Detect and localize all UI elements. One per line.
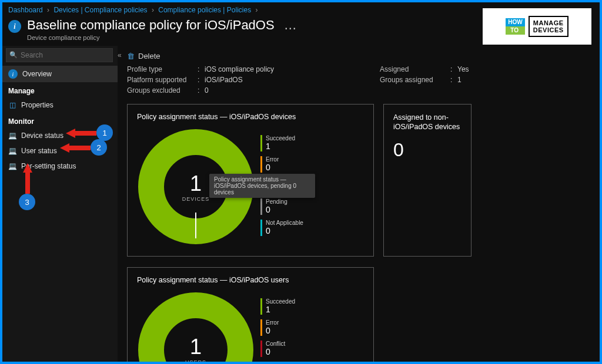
legend-color-bar bbox=[260, 298, 262, 315]
nav-section-manage: Manage bbox=[2, 82, 118, 97]
page-subtitle: Device compliance policy bbox=[27, 34, 297, 41]
legend-color-bar bbox=[260, 220, 262, 236]
trash-icon: 🗑 bbox=[127, 52, 135, 60]
meta-row: Platform supported: iOS/iPadOS bbox=[127, 75, 380, 85]
monitor-icon: 💻 bbox=[8, 162, 16, 170]
nav-label: Device status bbox=[21, 132, 63, 140]
meta-row: Assigned: Yes bbox=[380, 64, 469, 75]
more-icon[interactable]: … bbox=[284, 18, 297, 32]
legend-item: Error0 bbox=[260, 319, 295, 336]
legend-item: Error0 bbox=[260, 156, 303, 173]
legend-name: Not Applicable bbox=[266, 220, 303, 226]
legend-value: 0 bbox=[266, 226, 303, 235]
legend-color-bar bbox=[260, 319, 262, 336]
delete-button[interactable]: 🗑 Delete bbox=[127, 52, 160, 60]
legend-name: Error bbox=[266, 319, 279, 326]
legend-item: Pending0 bbox=[260, 198, 303, 215]
annotation-arrow bbox=[60, 141, 91, 154]
nav-label: Overview bbox=[22, 70, 52, 78]
svg-marker-2 bbox=[23, 163, 32, 194]
legend-value: 0 bbox=[266, 347, 285, 356]
meta-row: Groups excluded: 0 bbox=[127, 85, 380, 96]
button-label: Delete bbox=[138, 52, 160, 60]
annotation-arrow bbox=[66, 127, 96, 140]
legend-item: Succeeded1 bbox=[260, 135, 303, 151]
logo: HOWTO MANAGEDEVICES bbox=[483, 8, 591, 45]
legend-item: Not Applicable0 bbox=[260, 220, 303, 236]
svg-marker-1 bbox=[60, 143, 91, 153]
nav-properties[interactable]: ◫ Properties bbox=[2, 97, 118, 113]
legend-name: Pending bbox=[266, 198, 287, 205]
legend-value: 1 bbox=[266, 141, 295, 151]
breadcrumb-item[interactable]: Compliance policies | Policies bbox=[158, 6, 251, 14]
annotation-badge-3: 3 bbox=[19, 194, 35, 210]
donut-total: 1 bbox=[182, 171, 210, 196]
search-icon: 🔍 bbox=[9, 51, 18, 59]
legend-name: Error bbox=[266, 156, 279, 163]
annotation-badge-2: 2 bbox=[91, 139, 107, 156]
card-title: Policy assignment status — iOS/iPadOS de… bbox=[137, 113, 364, 121]
legend-name: Succeeded bbox=[266, 298, 295, 305]
side-card-nonplatform: Assigned to non-iOS/iPadOS devices 0 bbox=[383, 104, 471, 257]
monitor-icon: 💻 bbox=[8, 147, 16, 155]
legend-color-bar bbox=[260, 156, 262, 173]
chart-card-users: Policy assignment status — iOS/iPadOS us… bbox=[127, 267, 374, 363]
info-icon: i bbox=[8, 20, 21, 33]
page-title: Baseline compliance policy for iOS/iPadO… bbox=[27, 18, 297, 33]
card-title: Assigned to non-iOS/iPadOS devices bbox=[393, 113, 461, 132]
legend-color-bar bbox=[260, 198, 262, 215]
legend-color-bar bbox=[260, 341, 262, 357]
monitor-icon: 💻 bbox=[8, 132, 16, 140]
breadcrumb-item[interactable]: Devices | Compliance policies bbox=[53, 6, 147, 14]
meta-row: Profile type: iOS compliance policy bbox=[127, 64, 380, 75]
chevron-right-icon: › bbox=[255, 6, 257, 14]
legend-color-bar bbox=[260, 135, 262, 151]
sidebar: 🔍 « i Overview Manage ◫ Properties Monit… bbox=[2, 46, 118, 363]
svg-marker-0 bbox=[66, 129, 96, 138]
annotation-badge-1: 1 bbox=[96, 124, 113, 141]
donut-chart[interactable]: 1 USERS bbox=[137, 291, 255, 363]
donut-total-label: DEVICES bbox=[182, 196, 210, 202]
nav-label: User status bbox=[21, 147, 57, 155]
search-input[interactable] bbox=[6, 48, 113, 62]
annotation-arrow bbox=[21, 163, 34, 194]
donut-total-label: USERS bbox=[185, 359, 206, 363]
legend-value: 0 bbox=[266, 326, 279, 335]
nav-per-setting-status[interactable]: 💻 Per-setting status bbox=[2, 159, 118, 174]
legend-value: 0 bbox=[266, 205, 287, 214]
properties-icon: ◫ bbox=[8, 101, 16, 109]
legend-color-bar bbox=[260, 362, 262, 363]
card-title: Policy assignment status — iOS/iPadOS us… bbox=[137, 276, 364, 284]
donut-total: 1 bbox=[185, 335, 206, 359]
legend-item: Succeeded1 bbox=[260, 298, 295, 315]
side-card-value: 0 bbox=[393, 139, 461, 161]
legend-value: 1 bbox=[266, 305, 295, 314]
meta-row: Groups assigned: 1 bbox=[380, 75, 469, 85]
breadcrumb-item[interactable]: Dashboard bbox=[8, 6, 43, 14]
content-pane: 🗑 Delete Profile type: iOS compliance po… bbox=[118, 46, 600, 363]
nav-overview[interactable]: i Overview bbox=[2, 66, 118, 82]
legend: Succeeded1Error0Conflict0Pending0 bbox=[260, 291, 295, 363]
chevron-right-icon: › bbox=[152, 6, 154, 14]
legend-name: Conflict bbox=[266, 341, 285, 347]
legend-item: Conflict0 bbox=[260, 341, 295, 357]
tooltip: Policy assignment status — iOS/iPadOS de… bbox=[209, 174, 315, 198]
legend-value: 0 bbox=[266, 163, 279, 172]
info-icon: i bbox=[8, 69, 18, 79]
toolbar: 🗑 Delete bbox=[127, 48, 594, 64]
legend-name: Succeeded bbox=[266, 135, 295, 141]
legend-item: Pending0 bbox=[260, 362, 295, 363]
chevron-right-icon: › bbox=[47, 6, 49, 14]
nav-label: Properties bbox=[21, 101, 53, 109]
legend-name: Pending bbox=[266, 362, 287, 363]
